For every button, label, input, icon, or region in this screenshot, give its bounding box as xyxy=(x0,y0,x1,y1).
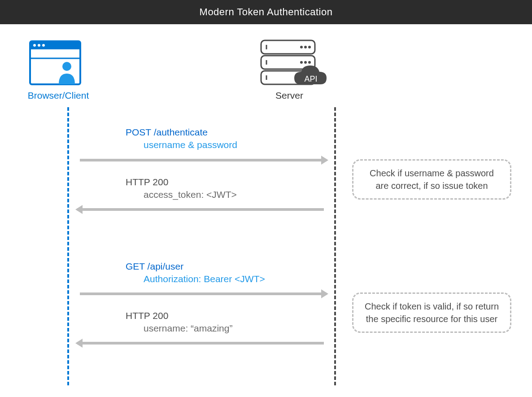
server-icon: API xyxy=(260,39,336,95)
client-lifeline xyxy=(67,107,69,385)
arrow-3-right xyxy=(80,292,327,296)
svg-point-3 xyxy=(38,44,40,47)
diagram-header: Modern Token Authentication xyxy=(0,0,532,24)
arrow-2-left xyxy=(77,207,324,212)
server-lifeline xyxy=(334,107,336,385)
server-note-1: Check if username & password are correct… xyxy=(352,159,511,200)
server-note-2: Check if token is valid, if so return th… xyxy=(352,292,511,333)
message-1: POST /authenticate username & password xyxy=(126,127,237,150)
svg-point-2 xyxy=(33,44,36,47)
server-actor-label: Server xyxy=(267,90,312,101)
arrow-1-right xyxy=(80,158,327,162)
svg-point-18 xyxy=(308,61,311,64)
svg-point-13 xyxy=(300,46,303,48)
message-3: GET /api/user Authorization: Bearer <JWT… xyxy=(126,261,265,284)
message-3-title: GET /api/user xyxy=(126,261,265,272)
svg-point-15 xyxy=(308,46,311,48)
svg-point-17 xyxy=(304,61,307,64)
svg-point-6 xyxy=(62,62,71,71)
message-4: HTTP 200 username: “amazing” xyxy=(126,310,232,334)
arrow-4-left xyxy=(77,341,324,345)
api-badge-text: API xyxy=(304,74,317,83)
svg-point-16 xyxy=(300,61,303,64)
svg-point-14 xyxy=(304,46,307,48)
svg-point-4 xyxy=(42,44,45,47)
message-2-subtitle: access_token: <JWT> xyxy=(144,189,237,200)
message-2-title: HTTP 200 xyxy=(126,177,237,188)
diagram-canvas: Browser/Client API Server xyxy=(0,24,532,397)
message-1-subtitle: username & password xyxy=(144,140,237,150)
message-4-title: HTTP 200 xyxy=(126,310,232,321)
svg-rect-1 xyxy=(30,41,80,49)
message-3-subtitle: Authorization: Bearer <JWT> xyxy=(144,274,265,284)
browser-client-icon xyxy=(29,40,83,92)
message-4-subtitle: username: “amazing” xyxy=(144,323,232,334)
client-actor-label: Browser/Client xyxy=(25,90,92,101)
message-1-title: POST /authenticate xyxy=(126,127,237,138)
message-2: HTTP 200 access_token: <JWT> xyxy=(126,177,237,200)
diagram-title: Modern Token Authentication xyxy=(200,6,333,18)
